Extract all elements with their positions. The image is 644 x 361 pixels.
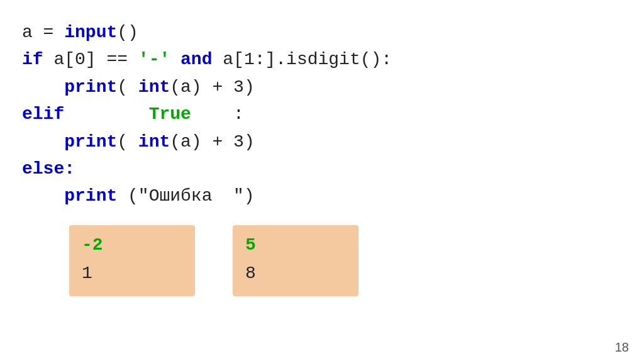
code-line-7: print ("Ошибка ") — [22, 182, 622, 209]
result-box-1: -2 1 — [69, 225, 195, 297]
box2-top: 5 — [245, 231, 343, 260]
code-line-1: a = input() — [22, 19, 622, 46]
result-boxes: -2 1 5 8 — [0, 225, 644, 297]
page-number: 18 — [615, 340, 629, 355]
box1-top: -2 — [82, 231, 180, 260]
code-line-5: print( int(a) + 3) — [22, 128, 622, 155]
code-line-2: if a[0] == '-' and a[1:].isdigit(): — [22, 46, 622, 73]
code-line-3: print( int(a) + 3) — [22, 74, 622, 101]
code-line-4: elif True : — [22, 101, 622, 128]
box1-bottom: 1 — [82, 260, 180, 288]
code-line-6: else: — [22, 155, 622, 182]
result-box-2: 5 8 — [233, 225, 358, 297]
code-block: a = input() if a[0] == '-' and a[1:].isd… — [0, 0, 644, 216]
box2-bottom: 8 — [245, 260, 343, 288]
